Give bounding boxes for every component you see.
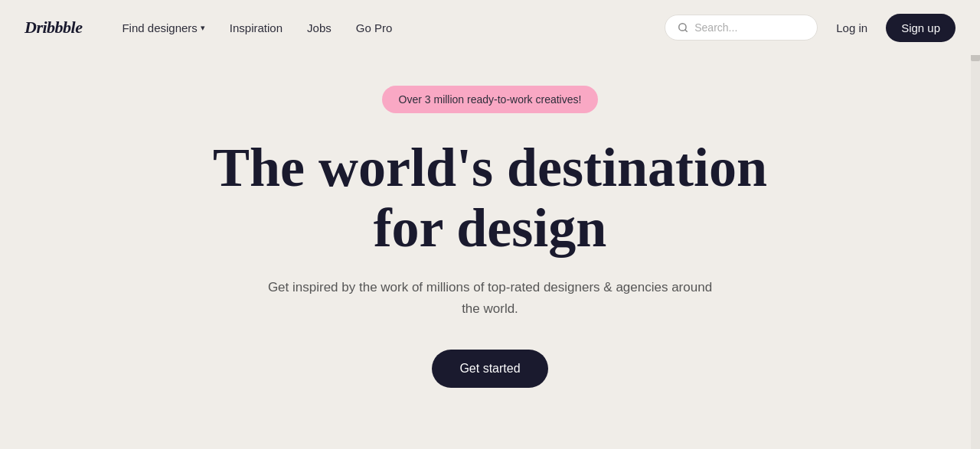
login-button[interactable]: Log in bbox=[827, 15, 877, 41]
logo[interactable]: Dribbble bbox=[24, 18, 82, 37]
hero-title: The world's destination for design bbox=[213, 138, 767, 259]
chevron-down-icon: ▾ bbox=[201, 23, 205, 33]
nav-go-pro[interactable]: Go Pro bbox=[347, 15, 402, 41]
nav-jobs[interactable]: Jobs bbox=[298, 15, 341, 41]
nav-links: Find designers ▾ Inspiration Jobs Go Pro bbox=[113, 15, 665, 41]
nav-right: Log in Sign up bbox=[665, 14, 956, 42]
nav-inspiration[interactable]: Inspiration bbox=[220, 15, 292, 41]
nav-find-designers[interactable]: Find designers ▾ bbox=[113, 15, 214, 41]
hero-section: Over 3 million ready-to-work creatives! … bbox=[0, 55, 980, 434]
hero-subtitle: Get inspired by the work of millions of … bbox=[260, 277, 720, 318]
scrollbar[interactable] bbox=[971, 0, 980, 449]
svg-line-1 bbox=[685, 30, 688, 32]
search-bar[interactable] bbox=[665, 15, 818, 41]
signup-button[interactable]: Sign up bbox=[886, 14, 956, 42]
search-input[interactable] bbox=[694, 21, 805, 34]
hero-badge: Over 3 million ready-to-work creatives! bbox=[382, 86, 599, 113]
get-started-button[interactable]: Get started bbox=[432, 350, 547, 388]
search-icon bbox=[678, 22, 688, 33]
navbar: Dribbble Find designers ▾ Inspiration Jo… bbox=[0, 0, 980, 55]
